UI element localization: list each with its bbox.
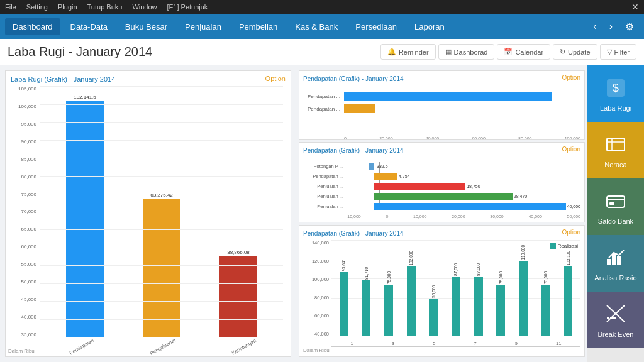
dashboard-btn[interactable]: ▦ Dashborad bbox=[438, 44, 495, 60]
chart2-bar1: Potongan P ... -332.5 bbox=[346, 162, 580, 170]
chart2-bar5: Penjualan ... 40,000 bbox=[346, 202, 580, 211]
nav-penjualan[interactable]: Penjualan bbox=[177, 18, 229, 35]
svg-rect-9 bbox=[612, 254, 616, 265]
filter-icon: ▽ bbox=[607, 48, 612, 56]
svg-rect-13 bbox=[607, 317, 609, 319]
chart2-bar3: Penjualan ... 18,750 bbox=[346, 182, 580, 190]
filter-btn[interactable]: ▽ Filter bbox=[600, 44, 636, 60]
calendar-icon: 📅 bbox=[504, 48, 513, 56]
chart1-option[interactable]: Option bbox=[562, 74, 580, 81]
page-title: Laba Rugi - January 2014 bbox=[8, 45, 378, 59]
sidebar-item-laba-rugi[interactable]: $ Laba Rugi bbox=[587, 65, 644, 122]
c3-bar1: 93,641 bbox=[340, 240, 348, 336]
c3-bar9: 110,000 bbox=[519, 240, 528, 336]
calendar-btn[interactable]: 📅 Calendar bbox=[497, 44, 550, 60]
chart2-title: Pendapatan (Grafik) - January 2014 bbox=[303, 147, 404, 154]
sidebar-item-neraca[interactable]: Neraca bbox=[587, 122, 644, 178]
nav-data-data[interactable]: Data-Data bbox=[63, 18, 115, 35]
saldo-icon bbox=[603, 189, 628, 214]
neraca-icon bbox=[603, 132, 628, 157]
analisa-icon bbox=[603, 245, 628, 270]
y-axis: 105,000100,00095,00090,000 85,00080,0007… bbox=[11, 86, 38, 337]
svg-rect-14 bbox=[610, 317, 613, 319]
c3-bar2: 81,710 bbox=[362, 240, 370, 336]
reminder-icon: 🔔 bbox=[387, 48, 396, 56]
nav-persediaan[interactable]: Persediaan bbox=[348, 18, 404, 35]
chart3-area: 140,000120,000100,00080,00060,00040,000 bbox=[303, 240, 580, 347]
menu-file[interactable]: File bbox=[5, 3, 16, 11]
menu-window[interactable]: Window bbox=[132, 3, 157, 11]
nav-back-btn[interactable]: ‹ bbox=[588, 17, 601, 36]
left-panel: Laba Rugi (Grafik) - January 2014 Option… bbox=[0, 65, 296, 362]
laba-rugi-icon: $ bbox=[603, 75, 628, 101]
chart1-bar1: Pendapatan ... bbox=[344, 92, 580, 101]
sidebar-item-break-even[interactable]: Break Even bbox=[587, 292, 644, 348]
chart2-bar4: Penjualan ... 28,470 bbox=[346, 192, 580, 200]
title-bar: File Setting Plugin Tutup Buku Window [F… bbox=[0, 0, 644, 14]
toolbar: Laba Rugi - January 2014 🔔 Reminder ▦ Da… bbox=[0, 39, 644, 65]
sidebar: $ Laba Rugi Neraca bbox=[587, 65, 644, 362]
svg-rect-2 bbox=[607, 138, 625, 151]
menu-plugin[interactable]: Plugin bbox=[58, 3, 77, 11]
c3-bar5: 55,000 bbox=[429, 240, 438, 336]
svg-rect-10 bbox=[617, 256, 621, 265]
sidebar-item-analisa-rasio[interactable]: Analisa Rasio bbox=[587, 235, 644, 292]
reminder-btn[interactable]: 🔔 Reminder bbox=[380, 44, 436, 60]
chart3: Pendapatan (Grafik) - January 2014 Optio… bbox=[299, 225, 585, 357]
dalam-ribu-left: Dalam Ribu bbox=[8, 348, 35, 354]
chart2-option[interactable]: Option bbox=[562, 146, 580, 153]
c3-bar11: 102,100 bbox=[564, 240, 572, 336]
chart2-bar2: Pendapatan ... 4,754 bbox=[346, 172, 580, 180]
left-chart: Laba Rugi (Grafik) - January 2014 Option… bbox=[5, 70, 291, 357]
menu-tutup-buku[interactable]: Tutup Buku bbox=[87, 3, 123, 11]
break-icon bbox=[603, 302, 628, 327]
chart1-title: Pendapatan (Grafik) - January 2014 bbox=[303, 75, 404, 82]
left-chart-option[interactable]: Option bbox=[265, 75, 286, 82]
main-content: Laba Rugi (Grafik) - January 2014 Option… bbox=[0, 65, 644, 362]
menu-setting[interactable]: Setting bbox=[26, 3, 48, 11]
chart1-bar2: Pendapatan ... bbox=[344, 104, 580, 113]
update-btn[interactable]: ↻ Update bbox=[553, 44, 597, 60]
update-icon: ↻ bbox=[560, 48, 565, 56]
nav-dashboard[interactable]: Dashboard bbox=[5, 18, 60, 35]
chart3-legend: Realisasi bbox=[550, 243, 578, 249]
chart3-title: Pendapatan (Grafik) - January 2014 bbox=[303, 230, 404, 237]
nav-settings-btn[interactable]: ⚙ bbox=[620, 17, 639, 36]
right-panel: Pendapatan (Grafik) - January 2014 Optio… bbox=[296, 65, 587, 362]
c3-bar6: 87,000 bbox=[452, 240, 460, 336]
chart1: Pendapatan (Grafik) - January 2014 Optio… bbox=[299, 70, 585, 140]
chart3-option[interactable]: Option bbox=[562, 229, 580, 236]
chart-area: 102,141.5 63,275.42 38,866.08 bbox=[40, 86, 283, 337]
nav-buku-besar[interactable]: Buku Besar bbox=[118, 18, 175, 35]
x-labels: Pendapatan Pengeluaran Keuntungan bbox=[40, 342, 283, 350]
menu-petunjuk[interactable]: [F1] Petunjuk bbox=[167, 3, 208, 11]
svg-rect-15 bbox=[613, 317, 616, 319]
nav-laporan[interactable]: Laporan bbox=[407, 18, 452, 35]
c3-bar3: 75,000 bbox=[384, 240, 393, 336]
dalam-ribu-c3: Dalam Ribu bbox=[303, 348, 580, 353]
svg-text:$: $ bbox=[613, 82, 619, 94]
dalam-ribu-c2: Dalam Ribu bbox=[303, 221, 580, 222]
chart2: Pendapatan (Grafik) - January 2014 Optio… bbox=[299, 142, 585, 222]
close-button[interactable]: ✕ bbox=[631, 2, 639, 12]
sidebar-item-saldo-bank[interactable]: Saldo Bank bbox=[587, 178, 644, 235]
navbar: Dashboard Data-Data Buku Besar Penjualan… bbox=[0, 14, 644, 39]
left-chart-title: Laba Rugi (Grafik) - January 2014 bbox=[11, 75, 115, 83]
nav-pembelian[interactable]: Pembelian bbox=[231, 18, 285, 35]
nav-kas-bank[interactable]: Kas & Bank bbox=[287, 18, 345, 35]
svg-rect-8 bbox=[607, 259, 611, 265]
c3-bar10: 75,000 bbox=[541, 240, 550, 336]
c3-bar8: 75,000 bbox=[496, 240, 505, 336]
svg-rect-7 bbox=[609, 202, 614, 205]
c3-bar4: 102,000 bbox=[407, 240, 416, 336]
dashboard-icon: ▦ bbox=[445, 48, 452, 56]
svg-rect-5 bbox=[607, 196, 625, 207]
c3-bar7: 87,000 bbox=[474, 240, 483, 336]
nav-forward-btn[interactable]: › bbox=[604, 17, 618, 36]
